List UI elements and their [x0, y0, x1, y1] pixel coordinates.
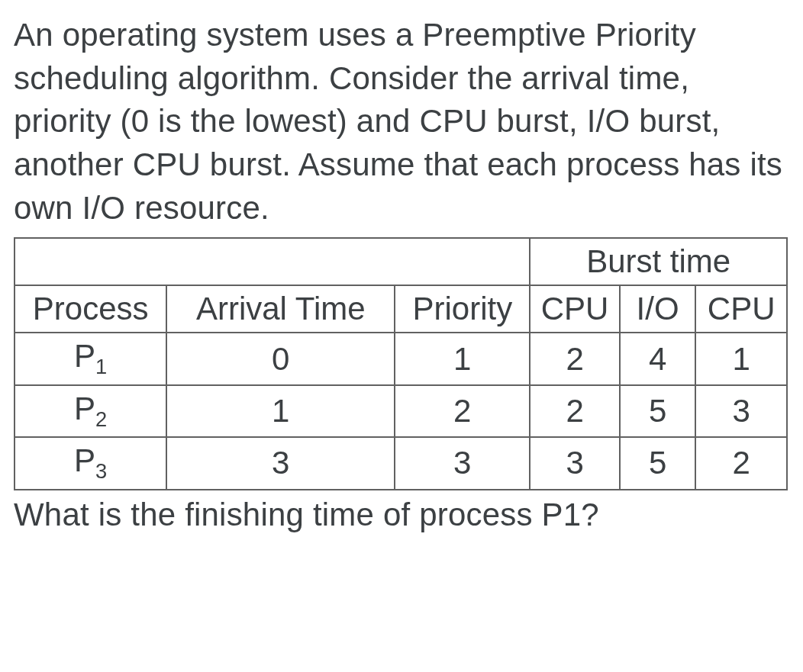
table-row: P2 1 2 2 5 3	[15, 385, 787, 437]
cell-cpu1: 2	[530, 385, 619, 437]
cell-arrival: 1	[166, 385, 395, 437]
table-header-row: Process Arrival Time Priority CPU I/O CP…	[15, 285, 787, 333]
cell-priority: 3	[395, 437, 530, 489]
table-row: P3 3 3 3 5 2	[15, 437, 787, 489]
group-header-burst: Burst time	[530, 238, 787, 285]
table-row: P1 0 1 2 4 1	[15, 333, 787, 384]
cell-arrival: 0	[166, 333, 395, 384]
col-header-cpu1: CPU	[530, 285, 619, 333]
col-header-priority: Priority	[395, 285, 530, 333]
cell-cpu2: 3	[695, 385, 787, 437]
cell-io: 5	[620, 385, 696, 437]
cell-process: P2	[15, 385, 166, 437]
col-header-arrival: Arrival Time	[166, 285, 395, 333]
cell-io: 4	[620, 333, 696, 384]
cell-cpu2: 2	[695, 437, 787, 489]
group-header-empty	[15, 238, 530, 285]
cell-cpu1: 2	[530, 333, 619, 384]
process-table: Burst time Process Arrival Time Priority…	[14, 237, 788, 490]
table-group-row: Burst time	[15, 238, 787, 285]
col-header-io: I/O	[620, 285, 696, 333]
cell-priority: 1	[395, 333, 530, 384]
question-prompt: An operating system uses a Preemptive Pr…	[14, 14, 789, 230]
question-followup: What is the finishing time of process P1…	[14, 497, 789, 533]
col-header-process: Process	[15, 285, 166, 333]
col-header-cpu2: CPU	[695, 285, 787, 333]
cell-io: 5	[620, 437, 696, 489]
cell-process: P1	[15, 333, 166, 384]
cell-arrival: 3	[166, 437, 395, 489]
cell-priority: 2	[395, 385, 530, 437]
cell-cpu2: 1	[695, 333, 787, 384]
cell-process: P3	[15, 437, 166, 489]
cell-cpu1: 3	[530, 437, 619, 489]
